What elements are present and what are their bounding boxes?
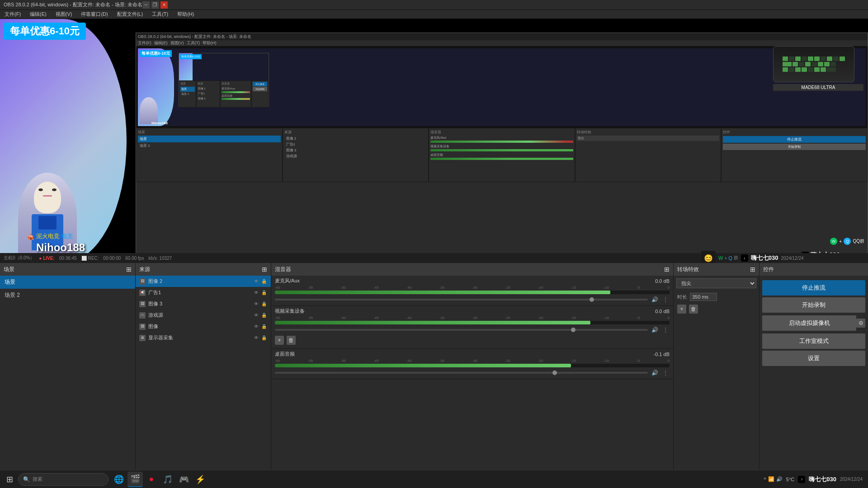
source-visibility-image[interactable]: 👁 [253,324,259,330]
stop-stream-button[interactable]: 停止推流 [762,280,865,296]
desktop-menu-button[interactable]: ⋮ [661,369,670,377]
source-visibility-image2[interactable]: 👁 [253,278,259,285]
video-channel-header: 视频采集设备 0.0 dB [275,308,670,314]
desktop-volume-slider[interactable] [275,372,648,374]
sources-panel-icon[interactable]: ⊞ [262,266,267,273]
taskbar-app-obs[interactable]: 🎬 [127,472,143,487]
video-add-filter[interactable]: + [275,336,284,345]
deep-stop-stream[interactable]: 停止推流 [253,82,267,86]
menu-profile[interactable]: 配置文件(L) [114,11,146,18]
scenes-panel-icon[interactable]: ⊞ [126,266,132,273]
transition-type-select[interactable]: 指尖 [676,278,756,288]
video-channel-db: 0.0 dB [655,309,670,314]
video-mute-button[interactable]: 🔊 [651,326,659,334]
settings-button[interactable]: 设置 [762,351,865,366]
deep-panel-mixer: 混音器 麦克风/Aux 桌面音频 [220,80,251,108]
taskbar-app-red[interactable]: ● [144,472,159,487]
close-button[interactable]: ✕ [160,1,168,9]
studio-mode-button[interactable]: 工作室模式 [762,333,865,349]
source-lock-ad1[interactable]: 🔒 [261,290,267,296]
taskbar-app-music[interactable]: 🎵 [160,472,175,487]
menu-help[interactable]: 帮助(H) [175,11,197,18]
mic-volume-slider[interactable] [275,299,648,300]
source-lock-image3[interactable]: 🔒 [261,301,267,307]
kb-status: kb/s: 10327 [148,256,172,261]
deep-panel-controls: 停止推流 开始录制 [251,80,269,108]
scenes-panel-title: 场景 [4,266,14,273]
source-lock-display[interactable]: 🔒 [261,335,267,341]
source-visibility-display[interactable]: 👁 [253,335,259,341]
video-meter-fill [275,321,590,324]
video-volume-slider[interactable] [275,329,648,331]
deep-start-record[interactable]: 开始录制 [253,87,267,91]
source-lock-image[interactable]: 🔒 [261,324,267,330]
scene-item-2[interactable]: 场景 2 [0,289,135,302]
key [827,67,836,72]
key [795,56,801,61]
source-item-image2[interactable]: 🖼 图像 2 👁 🔒 [136,276,271,287]
menu-tools[interactable]: 工具(T) [149,11,171,18]
source-actions-ad1: 👁 🔒 [253,290,267,296]
tray-arrow[interactable]: ^ [764,477,766,482]
taskbar-tiktok-icon: ♪ [798,476,805,483]
nested-source-4: 游戏源 [284,153,427,159]
key [827,56,832,61]
tiktok-handle: 嗨七七030 [751,254,778,262]
source-item-game[interactable]: 🎮 游戏源 👁 🔒 [136,310,271,321]
taskbar-app-extra1[interactable]: ⚡ [193,472,208,487]
title-bar: OBS 28.0.2 (64-bit, windows) - 配置文件: 未命名… [0,0,868,10]
source-item-image3[interactable]: 🖼 图像 3 👁 🔒 [136,298,271,310]
streamer-subtitle: 🎪 泥火电竞 电竞 [27,232,73,240]
restore-button[interactable]: ❐ [151,1,159,9]
source-visibility-game[interactable]: 👁 [253,312,259,319]
key [789,67,794,72]
remove-transition-button[interactable]: 🗑 [689,305,698,314]
search-bar[interactable]: 🔍 搜索 [18,473,108,486]
minimize-button[interactable]: ─ [142,1,150,9]
transition-panel-icon[interactable]: ⊞ [750,266,755,273]
menu-view[interactable]: 视图(V) [53,11,75,18]
video-remove-filter[interactable]: 🗑 [287,336,296,345]
nested-start-record[interactable]: 开始录制 [723,144,866,150]
nested-stop-stream[interactable]: 停止推流 [723,136,866,143]
source-visibility-image3[interactable]: 👁 [253,301,259,307]
key [783,56,788,61]
mic-menu-button[interactable]: ⋮ [661,296,670,304]
deep-panels: 场景 场景 场景 2 来源 图像 2 广告1 图像 3 [179,80,269,108]
key [802,67,807,72]
tray-volume[interactable]: 🔊 [776,476,783,482]
extra1-icon: ⚡ [195,474,205,484]
nested-sources-panel: 来源 图像 2 广告1 图像 3 游戏源 [283,128,429,182]
menu-file[interactable]: 文件(F) [2,11,24,18]
desktop-mute-button[interactable]: 🔊 [651,369,659,377]
add-transition-button[interactable]: + [677,305,686,314]
nested-desktop-meter [430,158,573,160]
mixer-panel-icon[interactable]: ⊞ [664,266,670,273]
taskbar-app-browser[interactable]: 🌐 [111,472,127,487]
source-lock-game[interactable]: 🔒 [261,312,267,319]
desktop-channel-header: 桌面音频 -0.1 dB [275,351,670,357]
source-item-ad1[interactable]: 📢 广告1 👁 🔒 [136,287,271,298]
source-item-display[interactable]: 🖥 显示器采集 👁 🔒 [136,332,271,343]
source-visibility-ad1[interactable]: 👁 [253,290,259,296]
menu-dock[interactable]: 停靠窗口(D) [78,11,110,18]
scene-item-main[interactable]: 场景 [0,276,135,289]
start-record-button[interactable]: 开始录制 [762,297,865,313]
taskbar-app-game[interactable]: 🎮 [176,472,192,487]
mic-mute-button[interactable]: 🔊 [651,296,659,304]
nested-desktop-label: 桌面音频 [430,153,573,157]
transition-panel-header: 转场特效 ⊞ [674,263,759,276]
start-button[interactable]: ⊞ [2,472,17,487]
mic-meter-fill [275,291,610,294]
source-item-image[interactable]: 🖼 图像 👁 🔒 [136,321,271,332]
video-menu-button[interactable]: ⋮ [661,326,670,334]
source-lock-image2[interactable]: 🔒 [261,278,267,285]
nested-source-3: 图像 3 [284,147,427,153]
key [824,62,830,66]
virtual-camera-button[interactable]: 启动虚拟摄像机 [762,315,856,331]
duration-input[interactable] [690,293,717,301]
menu-edit[interactable]: 编辑(E) [27,11,49,18]
tray-icons: ^ 📶 🔊 [764,476,783,482]
virtual-camera-settings-button[interactable]: ⚙ [856,319,865,328]
desktop-audio-meter [275,364,670,367]
